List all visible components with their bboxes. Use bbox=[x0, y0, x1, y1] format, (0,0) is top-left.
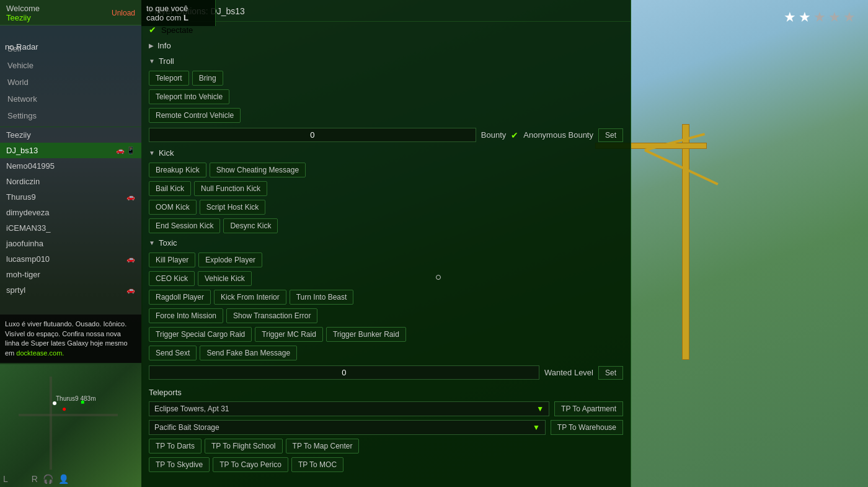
tp-to-apartment-button[interactable]: TP To Apartment bbox=[554, 401, 623, 416]
kick-buttons-row4: End Session Kick Desync Kick bbox=[141, 217, 631, 235]
chat-link[interactable]: docktease.com. bbox=[16, 349, 64, 357]
player-item-nemo[interactable]: Nemo041995 bbox=[0, 158, 141, 174]
tp-to-map-center-button[interactable]: TP To Map Center bbox=[286, 439, 360, 453]
info-section-header[interactable]: ▶ Info bbox=[141, 38, 631, 53]
teleports-section: Teleports Eclipse Towers, Apt 31 ▼ TP To… bbox=[141, 383, 631, 476]
toxic-arrow-icon: ▼ bbox=[149, 239, 155, 246]
wanted-level-input[interactable] bbox=[149, 365, 539, 380]
kick-section-header[interactable]: ▼ Kick bbox=[141, 145, 631, 161]
remote-control-vehicle-button[interactable]: Remote Control Vehicle bbox=[149, 108, 241, 123]
kick-buttons-row3: OOM Kick Script Host Kick bbox=[141, 198, 631, 217]
tp-to-moc-button[interactable]: TP To MOC bbox=[291, 457, 343, 472]
desync-kick-button[interactable]: Desync Kick bbox=[223, 218, 278, 233]
tp-to-skydive-button[interactable]: TP To Skydive bbox=[149, 457, 210, 472]
sidebar-item-world[interactable]: World bbox=[0, 74, 141, 91]
minimap-icon-l: L bbox=[3, 474, 8, 484]
script-host-kick-button[interactable]: Script Host Kick bbox=[200, 200, 266, 215]
trigger-special-cargo-raid-button[interactable]: Trigger Special Cargo Raid bbox=[149, 327, 252, 342]
toxic-buttons-row5: Trigger Special Cargo Raid Trigger MC Ra… bbox=[141, 325, 631, 344]
bring-button[interactable]: Bring bbox=[192, 71, 223, 86]
minimap-marker: ● bbox=[62, 404, 66, 413]
crane-diagonal bbox=[644, 149, 719, 185]
unload-button[interactable]: Unload bbox=[112, 9, 135, 17]
eclipse-towers-dropdown[interactable]: Eclipse Towers, Apt 31 ▼ bbox=[149, 401, 549, 416]
pacific-bait-dropdown[interactable]: Pacific Bait Storage ▼ bbox=[149, 420, 546, 435]
kick-arrow-icon: ▼ bbox=[149, 150, 155, 156]
player-icon-djbs13: 🚗 bbox=[116, 146, 125, 154]
player-item-dimydeveza[interactable]: dimydeveza bbox=[0, 205, 141, 220]
player-item-teeziiy[interactable]: Teeziiy bbox=[0, 127, 141, 143]
teleport-button[interactable]: Teleport bbox=[149, 71, 189, 86]
tp-small-row-1: TP To Darts TP To Flight School TP To Ma… bbox=[149, 437, 623, 455]
player-item-nordiczin[interactable]: Nordiczin bbox=[0, 174, 141, 189]
dropdown-arrow-1: ▼ bbox=[536, 404, 544, 413]
breakup-kick-button[interactable]: Breakup Kick bbox=[149, 163, 206, 177]
player-item-iceman[interactable]: iCEMAN33_ bbox=[0, 220, 141, 236]
minimap-icons: L R 🎧 👤 bbox=[3, 474, 69, 484]
tp-small-row-2: TP To Skydive TP To Cayo Perico TP To MO… bbox=[149, 455, 623, 474]
minimap-bg: Thurus9 483m L R 🎧 👤 ● ■ bbox=[0, 364, 141, 487]
bail-kick-button[interactable]: Bail Kick bbox=[149, 181, 191, 196]
anonymous-bounty-check-icon: ✔ bbox=[511, 130, 518, 140]
sidebar-item-network[interactable]: Network bbox=[0, 91, 141, 107]
troll-buttons-row1: Teleport Bring bbox=[141, 69, 631, 87]
show-cheating-message-button[interactable]: Show Cheating Message bbox=[210, 163, 306, 177]
wanted-set-button[interactable]: Set bbox=[598, 366, 623, 380]
minimap-icon-headset: 🎧 bbox=[43, 474, 53, 484]
player-item-mohtiger[interactable]: moh-tiger bbox=[0, 267, 141, 282]
trigger-bunker-raid-button[interactable]: Trigger Bunker Raid bbox=[326, 327, 406, 342]
show-transaction-error-button[interactable]: Show Transaction Error bbox=[226, 308, 317, 323]
player-icon-thurus9: 🚗 bbox=[126, 193, 135, 201]
toxic-buttons-row4: Force Into Mission Show Transaction Erro… bbox=[141, 306, 631, 325]
sidebar-item-vehicle[interactable]: Vehicle bbox=[0, 57, 141, 74]
info-section-title: Info bbox=[157, 41, 171, 50]
teleport-row-1: Eclipse Towers, Apt 31 ▼ TP To Apartment bbox=[149, 400, 623, 418]
star-1: ★ bbox=[784, 9, 796, 25]
player-item-lucasmp010[interactable]: lucasmp010 🚗 bbox=[0, 251, 141, 267]
kick-buttons-row1: Breakup Kick Show Cheating Message bbox=[141, 161, 631, 179]
troll-buttons-row3: Remote Control Vehicle bbox=[141, 106, 631, 125]
turn-into-beast-button[interactable]: Turn Into Beast bbox=[290, 290, 354, 305]
wanted-stars: ★ ★ ★ ★ ★ bbox=[784, 9, 856, 25]
oom-kick-button[interactable]: OOM Kick bbox=[149, 200, 197, 215]
trigger-mc-raid-button[interactable]: Trigger MC Raid bbox=[255, 327, 323, 342]
wanted-level-label: Wanted Level bbox=[544, 368, 593, 377]
vehicle-kick-button[interactable]: Vehicle Kick bbox=[198, 271, 252, 286]
toxic-buttons-row2: CEO Kick Vehicle Kick bbox=[141, 269, 631, 288]
force-into-mission-button[interactable]: Force Into Mission bbox=[149, 308, 223, 323]
troll-arrow-icon: ▼ bbox=[149, 58, 155, 65]
troll-buttons-row2: Teleport Into Vehicle bbox=[141, 87, 631, 106]
teleport-into-vehicle-button[interactable]: Teleport Into Vehicle bbox=[149, 89, 229, 104]
welcome-text: Welcome bbox=[6, 4, 40, 13]
troll-section-header[interactable]: ▼ Troll bbox=[141, 53, 631, 69]
tp-to-cayo-perico-button[interactable]: TP To Cayo Perico bbox=[213, 457, 288, 472]
toxic-buttons-row6: Send Sext Send Fake Ban Message bbox=[141, 344, 631, 362]
player-item-jaoofuinha[interactable]: jaoofuinha bbox=[0, 236, 141, 251]
send-sext-button[interactable]: Send Sext bbox=[149, 346, 197, 360]
player-item-djbs13[interactable]: DJ_bs13 🚗 📱 bbox=[0, 143, 141, 158]
sidebar-header-left: Welcome Teeziiy bbox=[6, 4, 40, 22]
tp-to-flight-school-button[interactable]: TP To Flight School bbox=[205, 439, 283, 453]
info-arrow-icon: ▶ bbox=[149, 42, 154, 49]
tp-to-warehouse-button[interactable]: TP To Warehouse bbox=[551, 420, 623, 435]
dropdown-arrow-2: ▼ bbox=[533, 423, 540, 432]
toxic-section-header[interactable]: ▼ Toxic bbox=[141, 235, 631, 251]
player-item-thurus9[interactable]: Thurus9 🚗 bbox=[0, 189, 141, 205]
ceo-kick-button[interactable]: CEO Kick bbox=[149, 271, 195, 286]
player-item-sprtyl[interactable]: sprtyl 🚗 bbox=[0, 282, 141, 298]
kill-player-button[interactable]: Kill Player bbox=[149, 252, 195, 267]
bounty-input[interactable] bbox=[149, 128, 476, 142]
teleports-title: Teleports bbox=[149, 385, 623, 400]
kick-from-interior-button[interactable]: Kick From Interior bbox=[214, 290, 286, 305]
bounty-set-button[interactable]: Set bbox=[598, 128, 623, 142]
send-fake-ban-message-button[interactable]: Send Fake Ban Message bbox=[200, 346, 297, 360]
sidebar-item-settings[interactable]: Settings bbox=[0, 107, 141, 124]
end-session-kick-button[interactable]: End Session Kick bbox=[149, 218, 220, 233]
explode-player-button[interactable]: Explode Player bbox=[198, 252, 262, 267]
bounty-row: Bounty ✔ Anonymous Bounty Set bbox=[141, 125, 631, 145]
minimap-player-label: Thurus9 483m bbox=[56, 395, 95, 402]
crane-structure bbox=[632, 124, 756, 372]
null-function-kick-button[interactable]: Null Function Kick bbox=[194, 181, 267, 196]
tp-to-darts-button[interactable]: TP To Darts bbox=[149, 439, 202, 453]
ragdoll-player-button[interactable]: Ragdoll Player bbox=[149, 290, 211, 305]
